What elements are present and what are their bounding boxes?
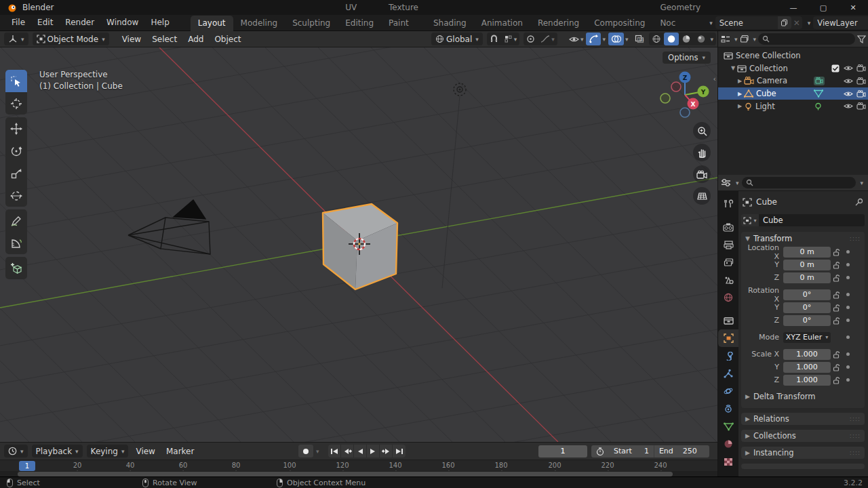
- lock-icon[interactable]: [831, 376, 843, 384]
- gizmo-y-neg-axis[interactable]: [660, 94, 670, 103]
- menu-render[interactable]: Render: [59, 15, 100, 30]
- animate-dot[interactable]: [843, 365, 852, 369]
- scene-unlink-icon[interactable]: ✕: [791, 16, 802, 29]
- outliner-row-scene-collection[interactable]: Scene Collection: [718, 49, 868, 62]
- instancing-panel-header[interactable]: ▶Instancing::::: [741, 447, 865, 459]
- menu-file[interactable]: File: [5, 15, 31, 30]
- delta-transform-subpanel[interactable]: ▶Delta Transform: [741, 390, 865, 403]
- editor-type-selector[interactable]: ▾: [4, 33, 28, 45]
- mode-selector[interactable]: Object Mode ▾: [33, 33, 109, 45]
- tab-shading[interactable]: Shading: [426, 16, 474, 31]
- outliner-row-camera[interactable]: ▶ Camera: [718, 75, 868, 87]
- jump-to-end-button[interactable]: [393, 445, 406, 458]
- orthographic-toggle-button[interactable]: [693, 187, 711, 205]
- partial-panel[interactable]: [741, 464, 865, 469]
- outliner-editor-icon[interactable]: [721, 35, 731, 43]
- tab-output[interactable]: [718, 236, 738, 253]
- hide-in-viewport-eye-icon[interactable]: [844, 77, 853, 85]
- tab-world[interactable]: [718, 289, 738, 306]
- shading-wireframe-icon[interactable]: [649, 33, 664, 45]
- proportional-falloff-icon[interactable]: ▾: [538, 33, 557, 45]
- snap-settings-icon[interactable]: ▾: [501, 33, 520, 45]
- animate-dot[interactable]: [843, 378, 852, 382]
- timeline-ruler[interactable]: 20 40 60 80 100 120 140 160 180 200 220 …: [0, 460, 717, 471]
- lock-icon[interactable]: [831, 350, 843, 359]
- rotation-y-field[interactable]: 0°: [783, 302, 831, 313]
- shading-dropdown-caret[interactable]: ▾: [710, 36, 716, 43]
- tab-object-data[interactable]: [718, 418, 738, 435]
- menu-window[interactable]: Window: [100, 15, 144, 30]
- collection-expand-arrow[interactable]: ▼: [729, 65, 737, 71]
- lock-icon[interactable]: [831, 291, 843, 299]
- scale-x-field[interactable]: 1.000: [783, 349, 831, 360]
- auto-keyframe-record-button[interactable]: [298, 445, 313, 458]
- play-reverse-button[interactable]: [354, 445, 367, 458]
- animate-dot[interactable]: [843, 276, 852, 279]
- tool-rotate[interactable]: [5, 140, 27, 162]
- tab-view-layer[interactable]: [718, 253, 738, 271]
- location-y-field[interactable]: 0 m: [783, 260, 831, 270]
- tab-object[interactable]: [718, 329, 738, 347]
- lock-icon[interactable]: [831, 363, 843, 371]
- tab-sculpting[interactable]: Sculpting: [285, 16, 338, 31]
- outliner-search-input[interactable]: [758, 33, 855, 45]
- shading-solid-icon[interactable]: [664, 33, 679, 45]
- proportional-editing-icon[interactable]: [524, 33, 538, 45]
- breadcrumb-object-name[interactable]: Cube: [756, 197, 777, 207]
- outliner-row-light[interactable]: ▶ Light: [718, 100, 868, 113]
- start-frame-field[interactable]: Start1: [609, 447, 654, 455]
- properties-options-caret[interactable]: ▾: [860, 180, 863, 186]
- tab-layout[interactable]: Layout: [191, 16, 233, 31]
- animate-dot[interactable]: [843, 336, 852, 339]
- lock-icon[interactable]: [831, 304, 843, 312]
- collections-panel-header[interactable]: ▶Collections::::: [741, 430, 865, 442]
- hide-in-viewport-eye-icon[interactable]: [844, 90, 853, 98]
- location-x-field[interactable]: 0 m: [783, 247, 831, 258]
- light-expand-arrow[interactable]: ▶: [736, 103, 744, 109]
- tab-render[interactable]: [718, 218, 738, 236]
- show-object-types-icon[interactable]: ▾: [566, 33, 587, 45]
- tool-annotate[interactable]: [5, 209, 27, 232]
- gizmo-dropdown-caret[interactable]: ▾: [602, 36, 606, 43]
- tab-modifiers[interactable]: [718, 347, 738, 365]
- view-layer-browse-caret[interactable]: ▾: [808, 20, 811, 26]
- menu-help[interactable]: Help: [144, 15, 175, 30]
- disable-in-renders-camera-icon[interactable]: [856, 64, 866, 72]
- playback-menu[interactable]: Playback▾: [32, 445, 83, 458]
- tool-transform[interactable]: [5, 184, 27, 207]
- tab-geometry-nodes[interactable]: Geometry Noc: [652, 0, 708, 31]
- tool-cursor[interactable]: [5, 92, 27, 115]
- hide-in-viewport-eye-icon[interactable]: [844, 102, 853, 110]
- outliner-display-mode-icon[interactable]: [740, 35, 750, 43]
- light-object[interactable]: [454, 83, 466, 96]
- camera-view-button[interactable]: [693, 165, 711, 183]
- filter-icon[interactable]: [857, 35, 866, 43]
- snap-toggle-magnet-icon[interactable]: [487, 33, 501, 45]
- disable-in-renders-camera-icon[interactable]: [856, 102, 866, 110]
- close-button[interactable]: ✕: [838, 0, 868, 15]
- current-frame-field[interactable]: 1: [538, 445, 587, 458]
- options-button[interactable]: Options▾: [663, 52, 711, 64]
- relations-panel-header[interactable]: ▶Relations::::: [741, 413, 865, 425]
- panel-drag-dots[interactable]: ::::: [850, 415, 861, 422]
- outliner-row-cube[interactable]: ▶ Cube: [718, 87, 868, 100]
- disable-in-renders-camera-icon[interactable]: [856, 90, 866, 98]
- tool-measure[interactable]: [5, 232, 27, 254]
- light-data-icon[interactable]: [814, 102, 823, 110]
- tab-particles[interactable]: [718, 365, 738, 382]
- maximize-button[interactable]: ▢: [808, 0, 838, 15]
- scale-y-field[interactable]: 1.000: [783, 362, 831, 373]
- shading-material-icon[interactable]: [679, 33, 694, 45]
- toggle-xray-icon[interactable]: 13: [632, 33, 647, 45]
- use-preview-range-icon[interactable]: [591, 447, 609, 455]
- record-options-caret[interactable]: ▾: [316, 448, 319, 455]
- timeline-view-menu[interactable]: View: [130, 447, 160, 456]
- overlays-dropdown-caret[interactable]: ▾: [625, 36, 629, 43]
- animate-dot[interactable]: [843, 293, 852, 296]
- camera-data-icon[interactable]: [814, 77, 825, 85]
- zoom-button[interactable]: [693, 122, 711, 140]
- tab-texture[interactable]: [718, 453, 738, 470]
- lock-icon[interactable]: [831, 261, 843, 269]
- animate-dot[interactable]: [843, 263, 852, 266]
- tab-tool[interactable]: [718, 195, 738, 213]
